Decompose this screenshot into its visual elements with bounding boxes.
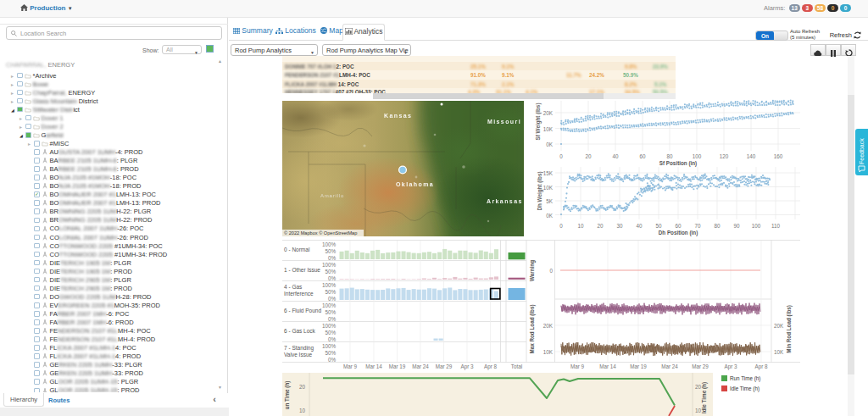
- svg-text:Feedback: Feedback: [859, 138, 865, 164]
